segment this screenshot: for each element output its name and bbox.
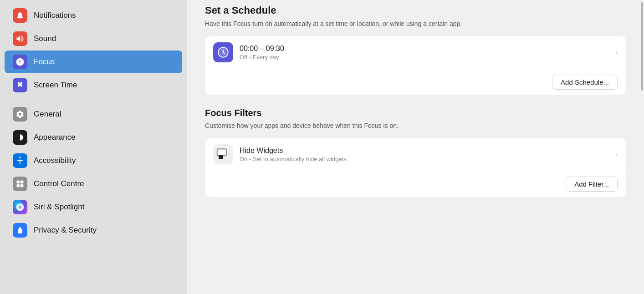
sidebar-item-notifications[interactable]: Notifications [5,4,182,27]
sidebar-item-siri-label: Siri & Spotlight [34,203,85,212]
sidebar-item-appearance-label: Appearance [34,133,76,142]
sidebar-item-control-centre[interactable]: Control Centre [5,172,182,195]
sidebar-item-general[interactable]: General [5,103,182,126]
schedule-clock-icon [213,42,233,62]
svg-rect-3 [20,181,24,184]
hide-widgets-chevron-icon: › [615,150,618,158]
schedule-status: Off - Every day [240,54,611,61]
hide-widgets-title: Hide Widgets [240,147,611,155]
control-centre-icon [13,177,27,191]
schedule-time-range: 00:00 – 09:30 [240,45,611,53]
schedule-card-text: 00:00 – 09:30 Off - Every day [240,45,611,61]
sidebar-item-general-label: General [34,110,61,119]
main-content-wrapper: Set a Schedule Have this Focus turn on a… [187,0,644,294]
add-schedule-button[interactable]: Add Schedule... [552,75,618,90]
sidebar-item-accessibility-label: Accessibility [34,156,76,165]
hide-widgets-row[interactable]: Hide Widgets On - Set to automatically h… [205,138,626,171]
svg-rect-8 [217,149,226,156]
schedule-section-header: Set a Schedule Have this Focus turn on a… [205,0,626,29]
schedule-description: Have this Focus turn on automatically at… [205,19,626,29]
svg-rect-2 [17,181,20,184]
sidebar-item-focus-label: Focus [34,57,55,66]
page-title-partial: Set a Schedule [205,0,626,16]
sidebar-item-sound[interactable]: Sound [5,27,182,50]
notifications-icon [13,8,27,23]
focus-filters-footer: Add Filter... [205,171,626,197]
sidebar: Notifications Sound Focus Screen Time [0,0,187,294]
focus-icon [13,55,27,69]
set-a-schedule-title: Set a Schedule [205,5,626,16]
sidebar-item-screen-time-label: Screen Time [34,81,77,90]
focus-filters-section: Focus Filters Customise how your apps an… [205,108,626,197]
hide-widgets-subtitle: On - Set to automatically hide all widge… [240,156,611,162]
main-content: Set a Schedule Have this Focus turn on a… [187,0,644,294]
focus-filters-title: Focus Filters [205,108,626,118]
privacy-security-icon [13,223,27,238]
schedule-card-row[interactable]: 00:00 – 09:30 Off - Every day › [205,36,626,69]
schedule-card-footer: Add Schedule... [205,69,626,95]
sidebar-item-appearance[interactable]: Appearance [5,126,182,149]
svg-rect-4 [17,184,20,188]
sidebar-item-privacy-security[interactable]: Privacy & Security [5,219,182,242]
sidebar-item-focus[interactable]: Focus [5,51,182,73]
appearance-icon [13,130,27,145]
focus-filters-card: Hide Widgets On - Set to automatically h… [205,138,626,197]
siri-icon [13,200,27,214]
sidebar-item-accessibility[interactable]: Accessibility [5,149,182,172]
sidebar-item-screen-time[interactable]: Screen Time [5,74,182,96]
accessibility-icon [13,153,27,168]
sidebar-item-privacy-security-label: Privacy & Security [34,226,97,235]
sidebar-item-notifications-label: Notifications [34,11,76,20]
general-icon [13,107,27,122]
svg-rect-5 [20,184,24,188]
hide-widgets-icon [213,144,233,164]
screen-time-icon [13,78,27,92]
sidebar-item-sound-label: Sound [34,34,56,43]
svg-rect-9 [219,155,223,159]
svg-point-1 [19,157,20,158]
add-filter-button[interactable]: Add Filter... [566,177,618,192]
sound-icon [13,31,27,46]
schedule-card: 00:00 – 09:30 Off - Every day › Add Sche… [205,36,626,95]
focus-filters-description: Customise how your apps and device behav… [205,121,626,131]
schedule-chevron-icon: › [615,48,618,56]
sidebar-item-control-centre-label: Control Centre [34,179,84,188]
hide-widgets-text: Hide Widgets On - Set to automatically h… [240,147,611,162]
sidebar-item-siri-spotlight[interactable]: Siri & Spotlight [5,196,182,218]
